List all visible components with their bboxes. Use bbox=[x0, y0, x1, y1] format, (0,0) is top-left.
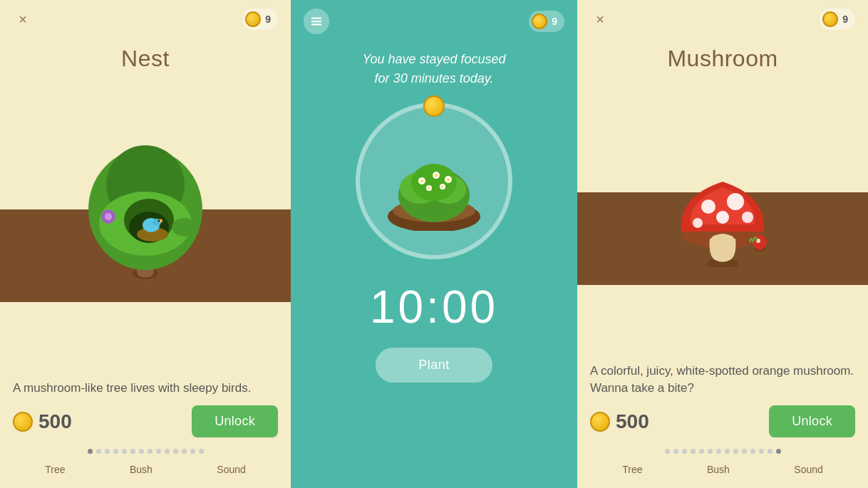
svg-point-14 bbox=[172, 218, 197, 237]
svg-point-11 bbox=[158, 220, 160, 222]
right-dot-3 bbox=[682, 449, 687, 454]
left-dot-11 bbox=[173, 449, 178, 454]
left-description: A mushroom-like tree lives with sleepy b… bbox=[13, 380, 278, 397]
left-dot-2 bbox=[96, 449, 101, 454]
timer-coin-top bbox=[423, 95, 445, 117]
right-price-display: 500 bbox=[590, 410, 649, 433]
center-coin-count: 9 bbox=[552, 16, 557, 27]
left-coin-icon bbox=[245, 11, 261, 27]
right-bottom-nav: Tree Bush Sound bbox=[590, 458, 855, 482]
plant-illustration bbox=[373, 131, 495, 231]
center-top-bar: 9 bbox=[291, 0, 577, 43]
timer-circle bbox=[356, 103, 512, 259]
left-dot-14 bbox=[199, 449, 204, 454]
left-dot-indicators bbox=[13, 445, 278, 458]
svg-point-25 bbox=[420, 180, 424, 183]
left-unlock-row: 500 Unlock bbox=[13, 405, 278, 437]
right-dot-5 bbox=[699, 449, 704, 454]
right-dot-12 bbox=[759, 449, 764, 454]
svg-point-33 bbox=[441, 185, 444, 188]
svg-point-31 bbox=[428, 187, 430, 190]
left-close-button[interactable]: × bbox=[13, 9, 33, 29]
right-illustration bbox=[577, 76, 868, 353]
svg-rect-15 bbox=[311, 18, 321, 19]
center-coin-icon bbox=[532, 14, 547, 29]
right-unlock-row: 500 Unlock bbox=[590, 405, 855, 437]
left-price-display: 500 bbox=[13, 410, 72, 433]
right-nav-bush[interactable]: Bush bbox=[707, 464, 730, 475]
left-dot-13 bbox=[190, 449, 195, 454]
left-nav-bush[interactable]: Bush bbox=[130, 464, 153, 475]
plant-button[interactable]: Plant bbox=[376, 348, 492, 383]
right-dot-9 bbox=[733, 449, 738, 454]
right-top-bar: × 9 bbox=[577, 0, 868, 38]
right-dot-1 bbox=[665, 449, 670, 454]
left-nav-tree[interactable]: Tree bbox=[45, 464, 65, 475]
svg-point-39 bbox=[693, 218, 703, 228]
center-panel: 9 You have stayed focusedfor 30 minutes … bbox=[291, 0, 577, 488]
timer-display: 10:00 bbox=[291, 266, 577, 341]
left-dot-1 bbox=[88, 449, 93, 454]
left-dot-5 bbox=[122, 449, 127, 454]
left-dot-9 bbox=[156, 449, 161, 454]
left-dot-8 bbox=[148, 449, 153, 454]
right-coin-icon bbox=[822, 11, 838, 27]
right-nav-tree[interactable]: Tree bbox=[622, 464, 642, 475]
right-panel: × 9 Mushroom bbox=[577, 0, 868, 488]
right-description: A colorful, juicy, white-spotted orange … bbox=[590, 363, 855, 397]
svg-point-27 bbox=[435, 174, 438, 177]
svg-point-40 bbox=[742, 212, 753, 223]
focused-text: You have stayed focusedfor 30 minutes to… bbox=[291, 43, 577, 95]
left-top-bar: × 9 bbox=[0, 0, 291, 38]
right-dot-14 bbox=[776, 449, 781, 454]
right-close-button[interactable]: × bbox=[590, 9, 610, 29]
left-dot-10 bbox=[165, 449, 170, 454]
right-price-coin-icon bbox=[590, 412, 610, 432]
left-dot-4 bbox=[113, 449, 118, 454]
svg-point-29 bbox=[447, 178, 450, 182]
right-nav-sound[interactable]: Sound bbox=[794, 464, 822, 475]
left-coin-count: 9 bbox=[265, 14, 271, 25]
right-price-amount: 500 bbox=[616, 410, 649, 433]
left-bottom-nav: Tree Bush Sound bbox=[13, 458, 278, 482]
right-dot-indicators bbox=[590, 445, 855, 458]
nest-tree-illustration bbox=[67, 131, 224, 281]
left-price-amount: 500 bbox=[38, 410, 72, 433]
left-nav-sound[interactable]: Sound bbox=[217, 464, 245, 475]
center-coin-badge: 9 bbox=[529, 11, 564, 32]
right-dot-11 bbox=[750, 449, 755, 454]
right-dot-6 bbox=[708, 449, 713, 454]
left-price-coin-icon bbox=[13, 412, 33, 432]
left-coin-badge: 9 bbox=[242, 9, 278, 30]
focused-text-content: You have stayed focusedfor 30 minutes to… bbox=[362, 52, 505, 85]
right-panel-title: Mushroom bbox=[577, 38, 868, 76]
left-dot-7 bbox=[139, 449, 144, 454]
left-unlock-button[interactable]: Unlock bbox=[192, 405, 278, 437]
right-dot-4 bbox=[691, 449, 696, 454]
menu-button[interactable] bbox=[304, 9, 329, 34]
right-dot-13 bbox=[768, 449, 773, 454]
svg-point-36 bbox=[701, 199, 715, 214]
svg-point-13 bbox=[105, 213, 112, 220]
right-coin-count: 9 bbox=[842, 14, 848, 25]
left-bottom-section: A mushroom-like tree lives with sleepy b… bbox=[0, 370, 291, 488]
svg-rect-16 bbox=[311, 21, 321, 22]
right-dot-2 bbox=[673, 449, 678, 454]
right-coin-badge: 9 bbox=[820, 9, 855, 30]
svg-point-37 bbox=[727, 193, 744, 210]
svg-rect-17 bbox=[311, 24, 321, 25]
left-dot-3 bbox=[105, 449, 110, 454]
right-dot-7 bbox=[716, 449, 721, 454]
left-panel: × 9 Nest bbox=[0, 0, 291, 488]
right-bottom-section: A colorful, juicy, white-spotted orange … bbox=[577, 353, 868, 488]
right-dot-8 bbox=[725, 449, 730, 454]
left-panel-title: Nest bbox=[0, 38, 291, 76]
left-dot-6 bbox=[130, 449, 135, 454]
right-unlock-button[interactable]: Unlock bbox=[769, 405, 855, 437]
left-illustration bbox=[0, 76, 291, 370]
left-dot-12 bbox=[182, 449, 187, 454]
timer-circle-container bbox=[291, 95, 577, 266]
right-dot-10 bbox=[742, 449, 747, 454]
menu-icon bbox=[310, 15, 323, 28]
svg-point-38 bbox=[716, 211, 729, 224]
